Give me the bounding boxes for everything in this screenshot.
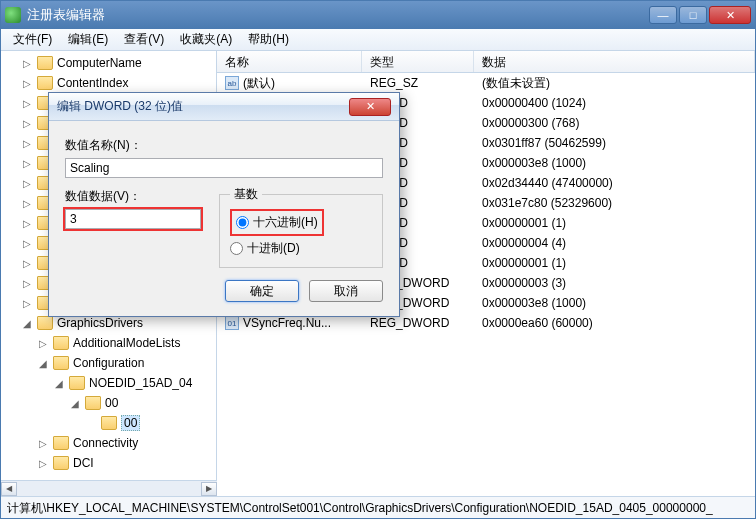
value-type: REG_DWORD [362, 316, 474, 330]
col-header-name[interactable]: 名称 [217, 51, 362, 72]
value-data: 0x00000300 (768) [474, 116, 755, 130]
tree-node[interactable]: ▷ComputerName [1, 53, 216, 73]
tree-twisty[interactable]: ▷ [21, 158, 33, 169]
tree-twisty[interactable]: ▷ [21, 278, 33, 289]
tree-twisty[interactable]: ▷ [21, 218, 33, 229]
tree-node[interactable]: ▷Connectivity [1, 433, 216, 453]
tree-twisty[interactable]: ▷ [21, 58, 33, 69]
tree-twisty[interactable]: ▷ [21, 138, 33, 149]
window-title: 注册表编辑器 [27, 6, 649, 24]
value-type: REG_SZ [362, 76, 474, 90]
tree-twisty[interactable]: ▷ [21, 258, 33, 269]
base-fieldset: 基数 十六进制(H) 十进制(D) [219, 186, 383, 268]
radio-hex-highlight: 十六进制(H) [230, 209, 324, 236]
value-data: 0x02d34440 (47400000) [474, 176, 755, 190]
folder-icon [37, 316, 53, 330]
col-header-data[interactable]: 数据 [474, 51, 755, 72]
menu-view[interactable]: 查看(V) [116, 29, 172, 50]
value-data-label: 数值数据(V)： [65, 188, 201, 205]
value-icon: ab [225, 76, 239, 90]
tree-node[interactable]: ▷DCI [1, 453, 216, 473]
tree-twisty[interactable]: ◢ [53, 378, 65, 389]
ok-button[interactable]: 确定 [225, 280, 299, 302]
folder-icon [53, 356, 69, 370]
tree-node[interactable]: ◢NOEDID_15AD_04 [1, 373, 216, 393]
dialog-close-button[interactable]: ✕ [349, 98, 391, 116]
tree-node[interactable]: 00 [1, 413, 216, 433]
tree-twisty[interactable]: ◢ [37, 358, 49, 369]
value-data: 0x031e7c80 (52329600) [474, 196, 755, 210]
tree-node[interactable]: ◢00 [1, 393, 216, 413]
app-icon [5, 7, 21, 23]
tree-label: Configuration [73, 356, 144, 370]
value-name: (默认) [243, 75, 275, 92]
folder-icon [37, 76, 53, 90]
minimize-button[interactable]: — [649, 6, 677, 24]
value-data: 0x000003e8 (1000) [474, 296, 755, 310]
cancel-button[interactable]: 取消 [309, 280, 383, 302]
tree-twisty[interactable]: ▷ [21, 298, 33, 309]
scroll-right-button[interactable]: ▶ [201, 482, 217, 496]
tree-twisty[interactable]: ◢ [21, 318, 33, 329]
folder-icon [101, 416, 117, 430]
value-icon: 01 [225, 316, 239, 330]
value-data: 0x00000003 (3) [474, 276, 755, 290]
tree-twisty[interactable]: ▷ [37, 458, 49, 469]
radio-hex[interactable] [236, 216, 249, 229]
value-data: 0x0000ea60 (60000) [474, 316, 755, 330]
tree-twisty[interactable]: ▷ [21, 178, 33, 189]
list-row[interactable]: ab(默认)REG_SZ(数值未设置) [217, 73, 755, 93]
tree-twisty[interactable]: ▷ [21, 198, 33, 209]
tree-label: 00 [121, 415, 140, 431]
value-data: 0x00000001 (1) [474, 256, 755, 270]
tree-hscroll[interactable]: ◀ ▶ [1, 480, 217, 496]
tree-twisty[interactable]: ▷ [21, 98, 33, 109]
menu-file[interactable]: 文件(F) [5, 29, 60, 50]
value-name-label: 数值名称(N)： [65, 137, 383, 154]
tree-twisty[interactable]: ▷ [21, 78, 33, 89]
col-header-type[interactable]: 类型 [362, 51, 474, 72]
tree-label: ContentIndex [57, 76, 128, 90]
value-data-input[interactable] [65, 209, 201, 229]
tree-twisty[interactable]: ▷ [21, 238, 33, 249]
tree-twisty[interactable]: ▷ [37, 438, 49, 449]
folder-icon [53, 456, 69, 470]
tree-twisty[interactable]: ◢ [69, 398, 81, 409]
base-legend: 基数 [230, 186, 262, 203]
folder-icon [85, 396, 101, 410]
dialog-titlebar[interactable]: 编辑 DWORD (32 位)值 ✕ [49, 93, 399, 121]
scroll-left-button[interactable]: ◀ [1, 482, 17, 496]
titlebar[interactable]: 注册表编辑器 — □ ✕ [1, 1, 755, 29]
tree-node[interactable]: ▷ContentIndex [1, 73, 216, 93]
value-name: VSyncFreq.Nu... [243, 316, 331, 330]
maximize-button[interactable]: □ [679, 6, 707, 24]
radio-hex-label: 十六进制(H) [253, 214, 318, 231]
folder-icon [53, 336, 69, 350]
tree-label: 00 [105, 396, 118, 410]
menu-edit[interactable]: 编辑(E) [60, 29, 116, 50]
tree-twisty[interactable]: ▷ [37, 338, 49, 349]
value-data: 0x000003e8 (1000) [474, 156, 755, 170]
tree-label: NOEDID_15AD_04 [89, 376, 192, 390]
tree-label: Connectivity [73, 436, 138, 450]
folder-icon [37, 56, 53, 70]
tree-label: ComputerName [57, 56, 142, 70]
value-name-input[interactable] [65, 158, 383, 178]
radio-dec[interactable] [230, 242, 243, 255]
tree-node[interactable]: ◢Configuration [1, 353, 216, 373]
tree-node[interactable]: ▷AdditionalModeLists [1, 333, 216, 353]
value-data: 0x00000004 (4) [474, 236, 755, 250]
folder-icon [69, 376, 85, 390]
radio-dec-label: 十进制(D) [247, 240, 300, 257]
edit-dword-dialog: 编辑 DWORD (32 位)值 ✕ 数值名称(N)： 数值数据(V)： 基数 … [48, 92, 400, 317]
tree-label: DCI [73, 456, 94, 470]
statusbar: 计算机\HKEY_LOCAL_MACHINE\SYSTEM\ControlSet… [1, 496, 755, 518]
menu-help[interactable]: 帮助(H) [240, 29, 297, 50]
tree-twisty[interactable]: ▷ [21, 118, 33, 129]
close-button[interactable]: ✕ [709, 6, 751, 24]
list-header: 名称 类型 数据 [217, 51, 755, 73]
tree-label: GraphicsDrivers [57, 316, 143, 330]
value-data: 0x00000400 (1024) [474, 96, 755, 110]
menubar: 文件(F) 编辑(E) 查看(V) 收藏夹(A) 帮助(H) [1, 29, 755, 51]
menu-favorites[interactable]: 收藏夹(A) [172, 29, 240, 50]
